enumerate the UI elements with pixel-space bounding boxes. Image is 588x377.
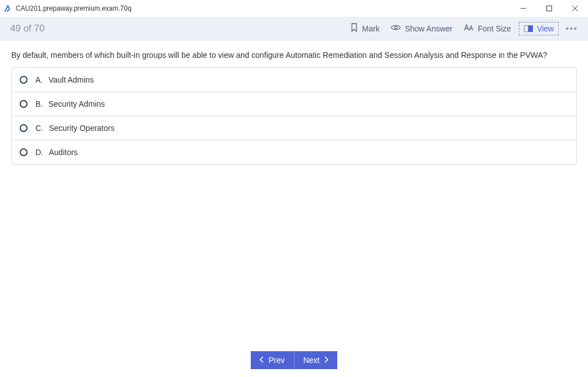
answer-option-b[interactable]: B. Security Admins (12, 92, 576, 116)
chevron-left-icon (260, 356, 264, 365)
maximize-button[interactable] (536, 0, 562, 17)
svg-rect-5 (524, 25, 528, 31)
radio-icon (20, 148, 28, 156)
answer-letter: A. (35, 75, 43, 84)
answer-text: Security Admins (48, 99, 105, 108)
svg-point-4 (395, 26, 397, 29)
mark-label: Mark (362, 24, 379, 33)
font-size-icon (464, 24, 474, 33)
show-answer-button[interactable]: Show Answer (385, 21, 458, 35)
app-logo-icon (3, 4, 12, 13)
question-counter: 49 of 70 (10, 23, 44, 34)
font-size-label: Font Size (478, 24, 511, 33)
svg-rect-6 (529, 25, 533, 31)
radio-icon (20, 76, 28, 84)
mark-button[interactable]: Mark (345, 21, 385, 36)
eye-icon (391, 24, 401, 33)
footer-nav: Prev Next (0, 346, 588, 377)
answer-text: Auditors (49, 148, 78, 157)
answer-text: Vault Admins (48, 75, 94, 84)
radio-icon (20, 124, 28, 132)
toolbar: 49 of 70 Mark Show Answer Font Size View… (0, 17, 588, 40)
show-answer-label: Show Answer (405, 24, 453, 33)
answer-letter: B. (35, 99, 43, 108)
window-controls (510, 0, 588, 17)
prev-button[interactable]: Prev (251, 351, 295, 369)
content-area: By default, members of which built-in gr… (0, 40, 588, 346)
more-button[interactable]: ••• (559, 21, 581, 35)
minimize-button[interactable] (510, 0, 536, 17)
answer-option-d[interactable]: D. Auditors (12, 140, 576, 164)
next-button[interactable]: Next (295, 351, 338, 369)
window-title: CAU201.prepaway.premium.exam.70q (16, 4, 132, 12)
more-icon: ••• (566, 24, 578, 33)
answer-text: Security Operators (49, 124, 115, 133)
bookmark-icon (350, 23, 358, 34)
answer-letter: D. (35, 148, 43, 157)
answer-letter: C. (35, 124, 43, 133)
svg-rect-1 (547, 6, 552, 11)
chevron-right-icon (324, 356, 328, 365)
answer-option-c[interactable]: C. Security Operators (12, 116, 576, 140)
view-label: View (537, 24, 554, 33)
title-bar: CAU201.prepaway.premium.exam.70q (0, 0, 588, 17)
nav-group: Prev Next (251, 351, 338, 369)
view-layout-icon (524, 25, 533, 32)
view-button[interactable]: View (519, 22, 559, 35)
next-label: Next (304, 356, 320, 365)
close-button[interactable] (562, 0, 588, 17)
radio-icon (20, 100, 28, 108)
answer-option-a[interactable]: A. Vault Admins (12, 68, 576, 92)
prev-label: Prev (269, 356, 285, 365)
answers-list: A. Vault Admins B. Security Admins C. Se… (11, 67, 577, 165)
question-text: By default, members of which built-in gr… (11, 51, 577, 60)
font-size-button[interactable]: Font Size (458, 21, 517, 35)
